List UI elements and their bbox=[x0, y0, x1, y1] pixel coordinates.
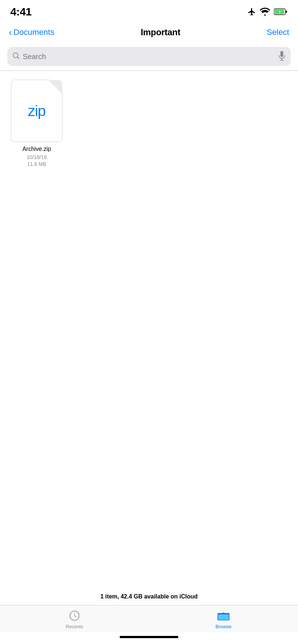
back-button[interactable]: ‹ Documents bbox=[9, 28, 54, 37]
wifi-icon bbox=[260, 8, 270, 16]
search-container bbox=[0, 44, 298, 70]
tab-recents-label: Recents bbox=[66, 624, 83, 629]
svg-rect-4 bbox=[280, 51, 283, 57]
airplane-icon bbox=[247, 7, 256, 16]
file-grid: zip Archive.zip 10/18/19 11.6 MB bbox=[0, 71, 298, 588]
tab-bar: Recents Browse bbox=[0, 605, 298, 632]
list-item[interactable]: zip Archive.zip 10/18/19 11.6 MB bbox=[7, 80, 66, 167]
svg-rect-1 bbox=[286, 11, 287, 13]
zip-label: zip bbox=[28, 103, 46, 119]
status-bar: 4:41 bbox=[0, 0, 298, 22]
home-bar bbox=[120, 636, 178, 638]
page-title: Important bbox=[141, 27, 180, 37]
home-indicator bbox=[0, 632, 298, 644]
file-name: Archive.zip bbox=[22, 146, 51, 152]
tab-browse[interactable]: Browse bbox=[205, 609, 242, 629]
search-bar bbox=[7, 47, 291, 66]
nav-bar: ‹ Documents Important Select bbox=[0, 22, 298, 44]
search-input[interactable] bbox=[23, 53, 275, 61]
zip-file-icon: zip bbox=[11, 80, 62, 142]
file-size: 11.6 MB bbox=[27, 161, 46, 167]
status-time: 4:41 bbox=[10, 6, 32, 18]
search-icon bbox=[12, 52, 20, 61]
file-date: 10/18/19 bbox=[27, 154, 47, 161]
footer-status: 1 item, 42.4 GB available on iCloud bbox=[0, 588, 298, 605]
tab-browse-label: Browse bbox=[215, 624, 231, 629]
file-icon-wrap: zip bbox=[11, 80, 62, 142]
status-icons bbox=[247, 7, 288, 16]
browse-icon bbox=[217, 609, 230, 622]
tab-recents[interactable]: Recents bbox=[56, 609, 93, 629]
microphone-icon[interactable] bbox=[278, 51, 286, 62]
battery-icon bbox=[274, 8, 288, 15]
recents-icon bbox=[68, 609, 81, 622]
back-label: Documents bbox=[14, 28, 54, 37]
select-button[interactable]: Select bbox=[267, 28, 289, 37]
chevron-left-icon: ‹ bbox=[9, 28, 12, 37]
